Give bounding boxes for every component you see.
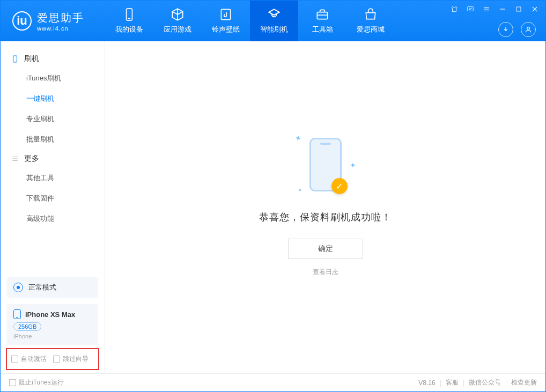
music-icon (219, 8, 233, 21)
tab-label: 爱思商城 (357, 25, 385, 34)
sparkle-icon: ✦ (294, 134, 302, 144)
svg-rect-16 (13, 56, 17, 62)
tab-label: 我的设备 (115, 25, 143, 34)
success-illustration: ✦ ✦ ✦ ✓ (309, 138, 342, 191)
footer-link-update[interactable]: 检查更新 (511, 378, 537, 387)
tab-label: 智能刷机 (260, 25, 288, 34)
checkbox-label: 跳过向导 (63, 354, 88, 364)
checkbox-icon (11, 356, 18, 363)
checkbox-label: 自动激活 (21, 354, 47, 364)
shop-icon (364, 8, 378, 21)
mode-icon (13, 283, 23, 292)
phone-icon (11, 55, 19, 63)
close-button[interactable] (529, 4, 540, 14)
footer-left: 阻止iTunes运行 (9, 378, 64, 387)
svg-rect-12 (517, 7, 521, 11)
checkbox-auto-activate[interactable]: 自动激活 (11, 354, 47, 364)
group-title-label: 更多 (24, 154, 39, 164)
checkbox-icon (53, 356, 60, 363)
sidebar-menu: 刷机 iTunes刷机 一键刷机 专业刷机 批量刷机 更多 其他工具 下载固件 … (1, 41, 105, 229)
footer-link-wechat[interactable]: 微信公众号 (469, 378, 501, 387)
svg-rect-5 (468, 6, 474, 11)
sparkle-icon: ✦ (350, 161, 356, 169)
shirt-icon[interactable] (449, 4, 460, 14)
tab-apps-games[interactable]: 应用游戏 (153, 1, 202, 41)
device-phone-icon (13, 309, 21, 319)
body: 刷机 iTunes刷机 一键刷机 专业刷机 批量刷机 更多 其他工具 下载固件 … (1, 41, 545, 373)
sidebar-item-itunes-flash[interactable]: iTunes刷机 (1, 68, 105, 88)
tab-flash[interactable]: 智能刷机 (250, 1, 298, 41)
group-more: 更多 (1, 150, 105, 168)
svg-rect-2 (221, 9, 230, 20)
tab-label: 应用游戏 (164, 25, 191, 34)
menu-icon[interactable] (481, 4, 492, 14)
app-logo-icon: iu (12, 11, 32, 31)
checkbox-label: 阻止iTunes运行 (19, 378, 64, 387)
main-content: ✦ ✦ ✦ ✓ 恭喜您，保资料刷机成功啦！ 确定 查看日志 (105, 41, 545, 373)
account-button[interactable] (521, 22, 536, 37)
checkbox-block-itunes[interactable]: 阻止iTunes运行 (9, 378, 64, 387)
view-log-link[interactable]: 查看日志 (313, 268, 338, 277)
footer-link-support[interactable]: 客服 (446, 378, 459, 387)
sidebar-item-oneclick-flash[interactable]: 一键刷机 (1, 88, 105, 109)
device-block[interactable]: iPhone XS Max 256GB iPhone (7, 304, 98, 345)
refresh-icon (267, 8, 281, 21)
cube-icon (171, 8, 185, 21)
mode-block[interactable]: 正常模式 (7, 277, 98, 298)
feedback-icon[interactable] (465, 4, 476, 14)
download-button[interactable] (498, 22, 513, 37)
success-message: 恭喜您，保资料刷机成功啦！ (259, 211, 392, 224)
tab-label: 工具箱 (312, 25, 333, 34)
header: iu 爱思助手 www.i4.cn 我的设备 应用游戏 铃声壁纸 智能刷机 (1, 1, 545, 41)
sidebar-item-batch-flash[interactable]: 批量刷机 (1, 129, 105, 150)
logo-area: iu 爱思助手 www.i4.cn (1, 11, 105, 32)
check-badge-icon: ✓ (331, 178, 348, 194)
window-controls (449, 4, 540, 14)
main-tabs: 我的设备 应用游戏 铃声壁纸 智能刷机 工具箱 爱思商城 (105, 1, 395, 41)
toolbox-icon (315, 8, 329, 21)
sidebar-item-download-firmware[interactable]: 下载固件 (1, 188, 105, 209)
app-window: iu 爱思助手 www.i4.cn 我的设备 应用游戏 铃声壁纸 智能刷机 (0, 0, 546, 392)
tab-label: 铃声壁纸 (212, 25, 240, 34)
device-capacity: 256GB (13, 322, 41, 331)
group-title-label: 刷机 (24, 54, 39, 64)
tab-toolbox[interactable]: 工具箱 (298, 1, 346, 41)
sidebar-item-advanced[interactable]: 高级功能 (1, 209, 105, 229)
maximize-button[interactable] (513, 4, 524, 14)
sidebar-item-other-tools[interactable]: 其他工具 (1, 168, 105, 188)
bottom-options-highlight: 自动激活 跳过向导 (6, 348, 99, 370)
device-name: iPhone XS Max (25, 310, 75, 319)
app-url: www.i4.cn (37, 25, 84, 32)
device-icon (122, 8, 136, 21)
tab-ringtone-wallpaper[interactable]: 铃声壁纸 (202, 1, 250, 41)
tab-my-device[interactable]: 我的设备 (105, 1, 153, 41)
sidebar: 刷机 iTunes刷机 一键刷机 专业刷机 批量刷机 更多 其他工具 下载固件 … (1, 41, 105, 373)
phone-illustration-icon: ✦ ✦ ✦ ✓ (309, 138, 342, 191)
sparkle-icon: ✦ (298, 187, 302, 193)
app-title: 爱思助手 www.i4.cn (37, 11, 84, 32)
header-right-buttons (498, 22, 536, 37)
sidebar-item-pro-flash[interactable]: 专业刷机 (1, 109, 105, 129)
footer: 阻止iTunes运行 V8.16 | 客服 | 微信公众号 | 检查更新 (1, 373, 545, 391)
svg-point-15 (527, 27, 530, 29)
svg-rect-3 (317, 12, 328, 19)
minimize-button[interactable] (497, 4, 508, 14)
version-label: V8.16 (418, 379, 435, 387)
ok-button[interactable]: 确定 (288, 239, 363, 259)
list-icon (11, 155, 19, 162)
group-flash: 刷机 (1, 50, 105, 68)
mode-label: 正常模式 (28, 283, 56, 292)
checkbox-skip-guide[interactable]: 跳过向导 (53, 354, 88, 364)
tab-store[interactable]: 爱思商城 (346, 1, 395, 41)
device-name-row: iPhone XS Max (13, 309, 92, 319)
device-type: iPhone (13, 333, 92, 339)
app-name: 爱思助手 (37, 11, 84, 25)
checkbox-icon (9, 379, 16, 386)
footer-right: V8.16 | 客服 | 微信公众号 | 检查更新 (418, 378, 537, 387)
